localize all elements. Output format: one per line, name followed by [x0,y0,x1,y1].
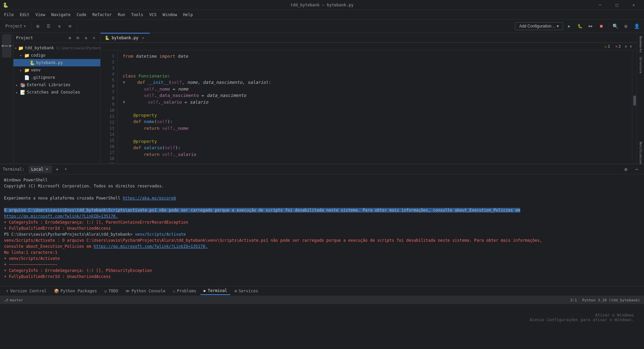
project-tool-button[interactable]: Project [2,34,11,58]
panel-settings-icon[interactable]: ⚙ [66,34,73,42]
menu-navigate[interactable]: Navigate [49,11,73,18]
minimize-button[interactable]: ─ [592,0,608,10]
terminal-line: Experimente a nova plataforma cruzada Po… [4,195,640,201]
fold-button[interactable]: ▼ [123,79,125,86]
menu-run[interactable]: Run [115,11,128,18]
terminal-line: Copyright (C) Microsoft Corporation. Tod… [4,183,640,189]
terminal-link[interactable]: https://go.microsoft.com/fwlink/?LinkID=… [94,244,208,249]
menu-code[interactable]: Code [74,11,89,18]
terminal-add-tab-button[interactable]: + [53,166,61,173]
code-line: def nome(self): [123,118,627,125]
toolbar-structure-icon[interactable]: ☰ [44,21,53,31]
terminal-tab-label: Local [31,167,43,172]
main-layout: Project Project ⚙ ⊟ ⇅ ✕ ▾ 📁 tdd_bytebank… [0,33,644,164]
panel-close-icon[interactable]: ✕ [90,34,98,42]
tab-label: Version Control [10,289,46,293]
tree-item-bytebank[interactable]: ▸ 🐍 bytebank.py [13,59,100,66]
tree-item-venv[interactable]: ▸ 📁 venv [13,66,100,74]
close-button[interactable]: ✕ [626,0,641,10]
editor-tab-bytebank[interactable]: 🐍 bytebank.py × [101,33,150,42]
tab-label: TODO [108,289,118,293]
structure-tool-button[interactable]: Structure [638,55,644,75]
panel-header-buttons: ⚙ ⊟ ⇅ ✕ [66,34,98,42]
terminal-tab-local[interactable]: Local × [29,166,52,173]
tree-item-gitignore[interactable]: ▸ 📄 .gitignore [13,74,100,81]
python-version-status[interactable]: Python 3.10 (tdd_bytebank) [581,297,641,303]
tree-arrow-icon: ▸ [15,91,19,94]
scroll-thumb[interactable] [633,96,636,106]
tab-python-packages[interactable]: 📦 Python Packages [51,287,100,295]
self-keyword: self [148,99,158,106]
warnings-next-icon[interactable]: ∨ [630,44,632,49]
terminal-tab-close-icon[interactable]: × [45,167,49,172]
toolbar-settings-icon[interactable]: ⚙ [33,21,43,31]
search-everywhere-icon[interactable]: 🔍 [610,21,620,31]
git-branch-status[interactable]: ⎇ master [3,297,24,303]
warning-badge[interactable]: ⚠ 1 [603,44,611,49]
panel-sort-icon[interactable]: ⊟ [74,34,82,42]
terminal-link[interactable]: https://aka.ms/pscore6 [123,196,176,200]
error-badge[interactable]: ✕ 2 [614,44,622,49]
project-dropdown[interactable]: Project ▾ [3,21,29,31]
tab-file-icon: 🐍 [105,36,110,40]
coverage-button[interactable]: ▶▶ [586,21,595,31]
menu-view[interactable]: View [33,11,48,18]
maximize-button[interactable]: □ [609,0,625,10]
cursor-position-status[interactable]: 3:1 [569,297,578,303]
tree-item-scratches[interactable]: ▸ 📝 Scratches and Consoles [13,89,100,96]
terminal-content[interactable]: Windows PowerShell Copyright (C) Microso… [0,174,644,286]
line-num: 17 [101,150,114,156]
line-num: 16 [101,143,114,150]
tree-item-label: .gitignore [31,75,55,80]
folder-icon: 📁 [24,53,30,58]
toolbar-collapse-icon[interactable]: ⊟ [65,21,75,31]
tree-item-external-libs[interactable]: ▸ 📚 External Libraries [13,81,100,89]
code-content[interactable]: from datetime import date class Funciona… [117,50,632,164]
menu-refactor[interactable]: Refactor [90,11,114,18]
variable: salario [190,99,208,106]
menu-window[interactable]: Window [160,11,180,18]
tree-item-codigo[interactable]: ▾ 📁 codigo [13,52,100,59]
settings-main-icon[interactable]: ⚙ [621,21,631,31]
menu-edit[interactable]: Edit [17,11,32,18]
terminal-right-buttons: ⚙ ─ [621,165,641,174]
menu-vcs[interactable]: VCS [147,11,159,18]
menu-tools[interactable]: Tools [128,11,146,18]
keyword: from [123,53,133,60]
toolbar-sort-icon[interactable]: ⇅ [55,21,64,31]
tab-todo[interactable]: ☑ TODO [101,287,121,295]
warning-count: 1 [608,44,610,49]
terminal-icon: ▶ [204,288,206,293]
tab-problems[interactable]: ⚠ Problems [169,287,200,295]
stop-button[interactable]: ⏹ [597,21,606,31]
tab-close-icon[interactable]: × [140,35,146,41]
user-account-icon[interactable]: 👤 [632,21,641,31]
tree-root-tdd[interactable]: ▾ 📁 tdd_bytebank C:\Users\savio\PycharmP… [13,44,100,52]
terminal-tab-arrow-icon[interactable]: ▾ [62,166,69,173]
debug-button[interactable]: 🐛 [575,21,585,31]
menu-help[interactable]: Help [180,11,196,18]
fold-button[interactable]: ▼ [123,99,125,106]
function-name: __init__ [148,79,169,86]
terminal-settings-icon[interactable]: ⚙ [621,165,631,174]
tab-services[interactable]: ⚙ Services [231,287,261,295]
property-name: _nome [175,125,189,132]
bookmarks-tool-button[interactable]: Bookmarks [638,34,644,54]
tab-version-control[interactable]: ↑ Version Control [3,287,50,295]
tab-terminal[interactable]: ▶ Terminal [200,287,230,295]
status-bar-right: 3:1 Python 3.10 (tdd_bytebank) [569,297,641,303]
menu-file[interactable]: File [1,11,16,18]
tab-label: Python Packages [61,289,97,293]
param: salario [248,79,266,86]
tab-python-console[interactable]: ≫ Python Console [122,287,169,295]
warnings-prev-icon[interactable]: ∧ [625,44,627,49]
add-configuration-button[interactable]: Add Configuration… ▾ [515,22,563,30]
terminal-minimize-icon[interactable]: ─ [632,165,641,174]
panel-expand-icon[interactable]: ⇅ [82,34,90,42]
tree-item-label: External Libraries [27,82,70,87]
terminal-link[interactable]: https://go.microsoft.com/fwlink/?LinkID=… [4,214,118,219]
status-bar: ⎇ master 3:1 Python 3.10 (tdd_bytebank) [0,296,644,304]
line-num: 9 [101,101,114,107]
run-button[interactable]: ▶ [565,21,574,31]
notifications-tool-button[interactable]: Notifications [638,143,644,164]
